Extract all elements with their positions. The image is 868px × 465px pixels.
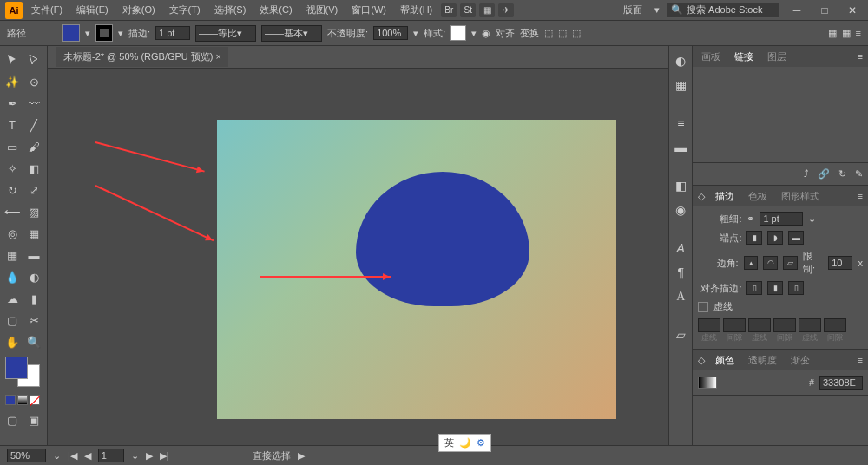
menu-type[interactable]: 文字(T) (164, 2, 206, 18)
link-edit-icon[interactable]: ✎ (855, 168, 863, 180)
none-mode[interactable] (30, 395, 40, 405)
graph-tool[interactable]: ▮ (23, 288, 44, 309)
chevron-down-icon[interactable]: ▾ (654, 4, 660, 16)
minimize-button[interactable]: ─ (786, 3, 807, 17)
panel-menu-icon[interactable]: ≡ (856, 28, 861, 39)
align-center[interactable]: ▯ (746, 281, 762, 295)
tab-stroke[interactable]: 描边 (712, 188, 738, 205)
nav-first-icon[interactable]: |◀ (68, 450, 77, 462)
zoom-tool[interactable]: 🔍 (23, 331, 44, 352)
close-button[interactable]: ✕ (842, 3, 863, 17)
color-icon[interactable]: ◐ (671, 51, 690, 70)
curvature-tool[interactable]: 〰 (23, 93, 44, 114)
dash-3[interactable] (799, 318, 821, 332)
collapse-icon[interactable]: ◇ (698, 191, 705, 202)
blend-tool[interactable]: ◐ (23, 266, 44, 287)
shape-builder-tool[interactable]: ◎ (2, 223, 23, 244)
panel-menu-icon[interactable]: ≡ (858, 51, 863, 62)
gradient-mode[interactable] (17, 395, 28, 405)
ime-bar[interactable]: 英 🌙 ⚙ (438, 434, 491, 452)
gpu-icon[interactable]: ✈ (498, 3, 514, 17)
brush-select[interactable]: —— 基本 ▾ (261, 25, 322, 42)
tab-swatches[interactable]: 色板 (745, 188, 771, 205)
menu-file[interactable]: 文件(F) (26, 2, 68, 18)
menu-select[interactable]: 选择(S) (209, 2, 252, 18)
weight-input[interactable]: 1 pt (760, 212, 803, 226)
menu-effect[interactable]: 效果(C) (254, 2, 297, 18)
corner-miter[interactable]: ▴ (744, 256, 759, 270)
workspace-switcher[interactable]: 版面 (618, 2, 648, 18)
stock-icon[interactable]: St (460, 3, 476, 17)
color-swatch-mini[interactable] (698, 377, 717, 389)
corner-bevel[interactable]: ▱ (783, 256, 798, 270)
eyedropper-tool[interactable]: 💧 (2, 266, 23, 287)
panel-menu-icon[interactable]: ≡ (858, 355, 863, 365)
magic-wand-tool[interactable]: ✨ (2, 71, 23, 92)
miter-limit-input[interactable]: 10 (828, 256, 852, 270)
link-icon[interactable]: ⚭ (746, 213, 754, 225)
align-outside[interactable]: ▯ (788, 281, 804, 295)
gap-1[interactable] (723, 318, 746, 332)
dropdown-icon[interactable]: ▾ (85, 28, 90, 39)
link-update-icon[interactable]: ↻ (838, 168, 846, 180)
collapse-icon[interactable]: ◇ (698, 355, 705, 366)
stroke-swatch[interactable] (95, 24, 113, 42)
artboard-nav-input[interactable]: 1 (98, 449, 124, 462)
ime-moon-icon[interactable]: 🌙 (459, 437, 471, 449)
stroke-icon[interactable]: ≡ (671, 114, 690, 133)
link-goto-icon[interactable]: ⤴ (804, 168, 809, 180)
screen-mode[interactable]: ▢ (2, 409, 23, 430)
tab-artboards[interactable]: 画板 (698, 49, 724, 65)
type-tool[interactable]: T (2, 115, 23, 135)
appearance-icon[interactable]: ◉ (671, 200, 690, 219)
swatches-icon[interactable]: ▦ (671, 75, 690, 95)
recolor-icon[interactable]: ◉ (482, 28, 490, 39)
cap-butt[interactable]: ▮ (746, 231, 762, 245)
opacity-input[interactable]: 100% (373, 26, 408, 40)
tab-layers[interactable]: 图层 (764, 49, 790, 65)
artboard[interactable] (217, 120, 616, 419)
tab-links[interactable]: 链接 (731, 49, 757, 65)
perspective-tool[interactable]: ▦ (23, 223, 44, 244)
ime-gear-icon[interactable]: ⚙ (477, 437, 485, 449)
pen-tool[interactable]: ✒ (2, 93, 23, 114)
menu-help[interactable]: 帮助(H) (395, 2, 437, 18)
eraser-tool[interactable]: ◧ (23, 158, 44, 179)
tab-graphic-styles[interactable]: 图形样式 (778, 188, 823, 205)
nav-last-icon[interactable]: ▶| (160, 450, 169, 462)
fill-color[interactable] (5, 357, 28, 379)
ime-lang[interactable]: 英 (444, 436, 454, 449)
profile-select[interactable]: —— 等比 ▾ (195, 25, 256, 42)
nav-next-icon[interactable]: ▶ (146, 450, 153, 462)
menu-view[interactable]: 视图(V) (301, 2, 344, 18)
close-tab-icon[interactable]: × (216, 51, 221, 62)
solid-mode[interactable] (5, 395, 16, 405)
cap-square[interactable]: ▬ (788, 231, 804, 245)
isolate-icon[interactable]: ⬚ (544, 28, 553, 39)
character-icon[interactable]: A (671, 239, 690, 258)
slice-tool[interactable]: ✂ (23, 310, 44, 331)
tab-color[interactable]: 颜色 (712, 352, 738, 369)
shaper-tool[interactable]: ✧ (2, 158, 23, 179)
dashed-checkbox[interactable] (698, 302, 708, 312)
gradient-tool[interactable]: ▬ (23, 245, 44, 265)
maximize-button[interactable]: □ (814, 3, 835, 17)
transform-link[interactable]: 变换 (520, 27, 539, 40)
symbol-tool[interactable]: ☁ (2, 288, 23, 309)
fill-swatch[interactable] (62, 24, 80, 42)
path-shape[interactable] (356, 172, 529, 306)
panel-icon[interactable]: ▦ (842, 28, 851, 39)
isolate-icon[interactable]: ⬚ (558, 28, 567, 39)
document-tab[interactable]: 未标题-2* @ 50% (RGB/GPU 预览) × (56, 47, 228, 67)
selection-tool[interactable] (2, 49, 23, 70)
align-link[interactable]: 对齐 (496, 27, 515, 40)
search-input[interactable]: 🔍 搜索 Adobe Stock (667, 3, 779, 18)
brush-tool[interactable]: 🖌 (23, 136, 44, 157)
scale-tool[interactable]: ⤢ (23, 180, 44, 200)
mesh-tool[interactable]: ▦ (2, 245, 23, 265)
opentype-icon[interactable]: A (671, 287, 690, 306)
gap-2[interactable] (773, 318, 796, 332)
dropdown-icon[interactable]: ▾ (118, 28, 123, 39)
rectangle-tool[interactable]: ▭ (2, 136, 23, 157)
screen-mode[interactable]: ▣ (23, 409, 44, 430)
